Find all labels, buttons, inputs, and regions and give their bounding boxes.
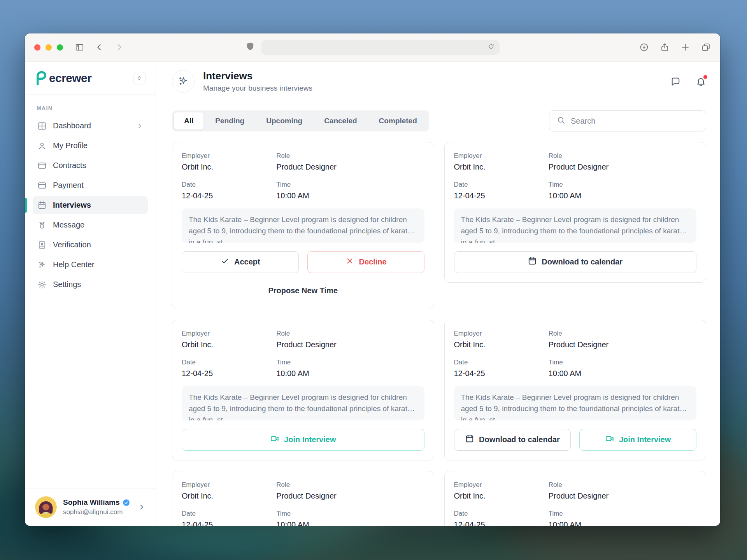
date-label: Date (454, 510, 549, 518)
role-label: Role (276, 330, 424, 338)
search-input[interactable] (571, 117, 699, 126)
forward-icon[interactable] (114, 42, 124, 52)
credit-card-icon (37, 161, 47, 170)
back-icon[interactable] (95, 42, 104, 52)
role-label: Role (549, 330, 696, 338)
sidebar-item-label: Settings (53, 280, 81, 289)
interview-cards-grid: EmployerOrbit Inc.RoleProduct DesignerDa… (172, 142, 706, 526)
page-header: Interviews Manage your business intervie… (172, 61, 706, 101)
sidebar-item-label: My Profile (53, 141, 88, 150)
reload-icon[interactable] (487, 43, 495, 52)
interview-card: EmployerOrbit Inc.RoleProduct DesignerDa… (444, 142, 707, 283)
address-bar[interactable] (261, 40, 500, 55)
filter-tabs: AllPendingUpcomingCanceledCompleted (172, 110, 429, 131)
sidebar-item-interviews[interactable]: Interviews (33, 196, 148, 214)
time-value: 10:00 AM (276, 520, 424, 526)
sidebar-item-label: Dashboard (53, 121, 91, 130)
interview-description: The Kids Karate – Beginner Level program… (182, 208, 424, 243)
propose-new-time-button[interactable]: Propose New Time (182, 282, 424, 299)
user-icon (37, 141, 47, 150)
interview-card: EmployerOrbit Inc.RoleProduct DesignerDa… (444, 471, 707, 526)
sidebar-item-label: Message (53, 220, 84, 229)
sidebar-nav: MAIN DashboardMy ProfileContractsPayment… (25, 95, 156, 488)
employer-label: Employer (454, 330, 549, 338)
x-icon (345, 256, 354, 268)
notifications-bell-icon[interactable] (696, 76, 706, 87)
employer-label: Employer (454, 481, 549, 489)
search-box[interactable] (549, 110, 706, 131)
role-value: Product Designer (276, 492, 424, 500)
time-value: 10:00 AM (549, 369, 696, 378)
role-value: Product Designer (276, 340, 424, 349)
brand-logo[interactable]: ecrewer (35, 71, 91, 86)
role-label: Role (276, 152, 424, 160)
sidebar-item-my-profile[interactable]: My Profile (33, 136, 148, 155)
sidebar-item-verification[interactable]: Verification (33, 236, 148, 254)
interview-card: EmployerOrbit Inc.RoleProduct DesignerDa… (172, 142, 434, 309)
share-icon[interactable] (660, 42, 670, 52)
date-value: 12-04-25 (454, 191, 549, 200)
calendar-icon (465, 434, 474, 445)
tab-all[interactable]: All (174, 112, 203, 130)
browser-toolbar (25, 33, 720, 61)
decline-button[interactable]: Decline (307, 251, 424, 273)
join-interview-button[interactable]: Join Interview (579, 429, 696, 451)
role-value: Product Designer (549, 340, 696, 349)
sidebar-toggle-icon[interactable] (75, 42, 84, 52)
interview-card: EmployerOrbit Inc.RoleProduct DesignerDa… (172, 471, 434, 526)
join-interview-button[interactable]: Join Interview (182, 429, 424, 451)
employer-label: Employer (182, 481, 276, 489)
tab-upcoming[interactable]: Upcoming (256, 112, 312, 130)
profile-chevron-icon (138, 503, 146, 511)
sidebar-item-settings[interactable]: Settings (33, 275, 148, 294)
employer-value: Orbit Inc. (182, 492, 276, 500)
chat-icon[interactable] (670, 76, 681, 87)
id-badge-icon (37, 240, 47, 250)
sidebar-item-label: Verification (53, 240, 91, 249)
interview-description: The Kids Karate – Beginner Level program… (454, 208, 697, 243)
accept-button[interactable]: Accept (182, 251, 299, 273)
sidebar-collapse-button[interactable] (133, 72, 146, 84)
gear-icon (37, 280, 47, 289)
new-tab-icon[interactable] (680, 42, 690, 52)
privacy-shield-icon[interactable] (246, 42, 254, 53)
sidebar-item-label: Payment (53, 181, 84, 190)
download-to-calendar-button[interactable]: Download to calendar (454, 429, 571, 451)
tab-completed[interactable]: Completed (369, 112, 427, 130)
date-label: Date (454, 181, 549, 189)
calendar-icon (528, 256, 537, 268)
employer-value: Orbit Inc. (454, 163, 549, 172)
date-label: Date (454, 359, 549, 366)
sidebar-item-payment[interactable]: Payment (33, 176, 148, 194)
date-label: Date (182, 359, 276, 366)
video-icon (605, 434, 614, 445)
brand-name: ecrewer (49, 72, 91, 85)
sparkle-icon (37, 260, 47, 270)
user-profile[interactable]: Sophia Williams sophia@alignui.com (25, 488, 156, 526)
downloads-icon[interactable] (639, 42, 649, 52)
role-value: Product Designer (549, 492, 696, 500)
grid-icon (37, 121, 47, 131)
notification-dot (703, 75, 707, 79)
sidebar-item-contracts[interactable]: Contracts (33, 156, 148, 175)
date-value: 12-04-25 (182, 369, 276, 378)
sidebar-item-message[interactable]: Message (33, 216, 148, 234)
tab-pending[interactable]: Pending (205, 112, 254, 130)
sidebar-item-help-center[interactable]: Help Center (33, 256, 148, 274)
search-icon (556, 116, 566, 126)
role-value: Product Designer (549, 163, 696, 172)
time-value: 10:00 AM (549, 191, 696, 200)
minimize-window-button[interactable] (46, 44, 52, 51)
download-to-calendar-button[interactable]: Download to calendar (454, 251, 697, 273)
page-subtitle: Manage your business interviews (203, 84, 312, 93)
profile-name: Sophia Williams (63, 498, 120, 507)
role-label: Role (276, 481, 424, 489)
tab-overview-icon[interactable] (701, 42, 711, 52)
traffic-lights (34, 44, 63, 51)
sidebar-item-dashboard[interactable]: Dashboard (33, 117, 148, 135)
time-label: Time (276, 510, 424, 518)
role-value: Product Designer (276, 163, 424, 172)
close-window-button[interactable] (34, 44, 40, 51)
zoom-window-button[interactable] (57, 44, 63, 51)
tab-canceled[interactable]: Canceled (314, 112, 367, 130)
